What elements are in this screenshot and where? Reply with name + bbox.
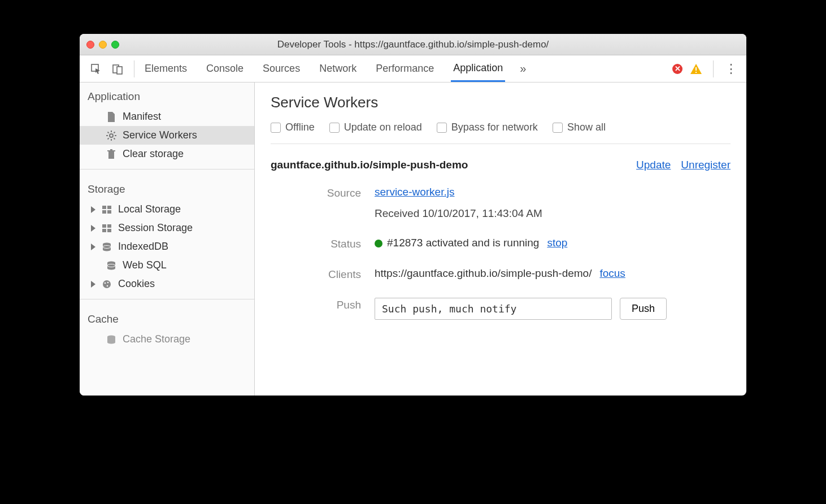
svg-rect-17	[102, 206, 106, 209]
sidebar: Application Manifest Service Workers Cle…	[80, 82, 255, 396]
grid-icon	[101, 224, 112, 232]
titlebar: Developer Tools - https://gauntface.gith…	[80, 34, 746, 55]
source-file-link[interactable]: service-worker.js	[375, 186, 454, 198]
database-icon	[106, 335, 117, 344]
checkbox-label: Bypass for network	[451, 121, 538, 133]
tab-performance[interactable]: Performance	[373, 57, 436, 81]
tab-elements[interactable]: Elements	[142, 57, 189, 81]
devtools-window: Developer Tools - https://gauntface.gith…	[80, 34, 746, 396]
gear-icon	[106, 131, 117, 141]
svg-rect-3	[695, 67, 697, 71]
stop-link[interactable]: stop	[547, 237, 567, 249]
svg-rect-16	[110, 149, 112, 150]
file-icon	[106, 112, 117, 122]
sidebar-item-indexeddb[interactable]: IndexedDB	[80, 237, 254, 256]
label-status: Status	[271, 237, 361, 250]
svg-line-11	[114, 138, 115, 139]
svg-point-5	[110, 134, 113, 137]
disclosure-icon[interactable]	[91, 225, 95, 232]
client-url: https://gauntface.github.io/simple-push-…	[375, 267, 592, 280]
svg-rect-4	[695, 72, 697, 73]
sidebar-item-label: Cache Storage	[123, 333, 190, 345]
main-panel: Service Workers Offline Update on reload…	[255, 82, 746, 396]
svg-point-30	[105, 282, 106, 284]
body: Application Manifest Service Workers Cle…	[80, 82, 746, 396]
status-running-icon	[375, 240, 382, 247]
toolbar-separator	[134, 60, 134, 77]
inspect-element-icon[interactable]	[88, 60, 105, 77]
svg-rect-23	[102, 229, 106, 232]
update-on-reload-checkbox[interactable]: Update on reload	[329, 121, 422, 133]
bypass-for-network-checkbox[interactable]: Bypass for network	[437, 121, 538, 133]
kebab-menu-icon[interactable]: ⋮	[725, 62, 738, 76]
svg-rect-21	[102, 224, 106, 228]
show-all-checkbox[interactable]: Show all	[553, 121, 606, 133]
svg-rect-2	[117, 67, 122, 74]
update-link[interactable]: Update	[636, 159, 671, 171]
registration: gauntface.github.io/simple-push-demo Upd…	[271, 159, 731, 320]
offline-checkbox[interactable]: Offline	[271, 121, 315, 133]
toolbar: Elements Console Sources Network Perform…	[80, 55, 746, 82]
sidebar-item-label: IndexedDB	[118, 241, 168, 253]
label-source: Source	[271, 186, 361, 199]
sidebar-item-session-storage[interactable]: Session Storage	[80, 219, 254, 237]
svg-rect-24	[107, 229, 111, 232]
sidebar-item-cookies[interactable]: Cookies	[80, 275, 254, 293]
received-timestamp: Received 10/10/2017, 11:43:04 AM	[375, 207, 731, 220]
svg-rect-14	[108, 151, 114, 159]
panel-heading: Service Workers	[271, 94, 731, 111]
trash-icon	[106, 149, 117, 159]
devtools-tabs: Elements Console Sources Network Perform…	[142, 57, 668, 81]
sidebar-item-label: Local Storage	[118, 203, 181, 215]
sidebar-item-label: Cookies	[118, 278, 155, 290]
sidebar-item-manifest[interactable]: Manifest	[80, 107, 254, 126]
svg-line-10	[108, 132, 109, 133]
error-badge-icon[interactable]: ✕	[672, 64, 682, 74]
tabs-overflow[interactable]: »	[520, 62, 526, 75]
checkbox-label: Offline	[285, 121, 315, 133]
sidebar-item-service-workers[interactable]: Service Workers	[80, 126, 254, 145]
sidebar-section-application: Application	[80, 82, 254, 107]
tab-application[interactable]: Application	[451, 57, 505, 82]
warning-badge-icon[interactable]	[690, 64, 702, 74]
disclosure-icon[interactable]	[91, 244, 95, 250]
svg-rect-19	[102, 210, 106, 214]
unregister-link[interactable]: Unregister	[681, 159, 731, 171]
sidebar-item-websql[interactable]: Web SQL	[80, 256, 254, 275]
sidebar-item-clear-storage[interactable]: Clear storage	[80, 145, 254, 163]
database-icon	[106, 261, 117, 270]
svg-point-29	[103, 280, 111, 288]
toolbar-separator	[713, 60, 714, 77]
device-toolbar-icon[interactable]	[109, 60, 126, 77]
tab-sources[interactable]: Sources	[260, 57, 302, 81]
push-button[interactable]: Push	[620, 298, 667, 320]
sidebar-item-label: Clear storage	[123, 148, 184, 160]
sidebar-item-local-storage[interactable]: Local Storage	[80, 200, 254, 219]
registration-origin: gauntface.github.io/simple-push-demo	[271, 159, 468, 171]
tab-console[interactable]: Console	[204, 57, 246, 81]
sw-options-row: Offline Update on reload Bypass for netw…	[271, 121, 731, 144]
tab-network[interactable]: Network	[317, 57, 359, 81]
svg-point-32	[107, 285, 108, 286]
sidebar-section-cache: Cache	[80, 305, 254, 330]
sidebar-section-storage: Storage	[80, 175, 254, 200]
disclosure-icon[interactable]	[91, 281, 95, 288]
svg-line-12	[108, 138, 109, 139]
svg-line-13	[114, 132, 115, 133]
focus-link[interactable]: focus	[599, 267, 625, 280]
svg-rect-22	[107, 224, 111, 228]
push-message-input[interactable]	[375, 298, 612, 320]
database-icon	[101, 242, 112, 251]
cookie-icon	[101, 280, 112, 289]
svg-rect-20	[107, 210, 111, 214]
checkbox-label: Show all	[567, 121, 606, 133]
svg-rect-15	[107, 150, 115, 151]
status-text: #12873 activated and is running	[387, 237, 539, 249]
disclosure-icon[interactable]	[91, 206, 95, 213]
grid-icon	[101, 206, 112, 214]
sidebar-item-cache-storage[interactable]: Cache Storage	[80, 330, 254, 349]
svg-point-31	[107, 281, 109, 283]
window-title: Developer Tools - https://gauntface.gith…	[80, 39, 746, 50]
sidebar-item-label: Service Workers	[123, 129, 197, 141]
sidebar-item-label: Manifest	[123, 111, 161, 123]
